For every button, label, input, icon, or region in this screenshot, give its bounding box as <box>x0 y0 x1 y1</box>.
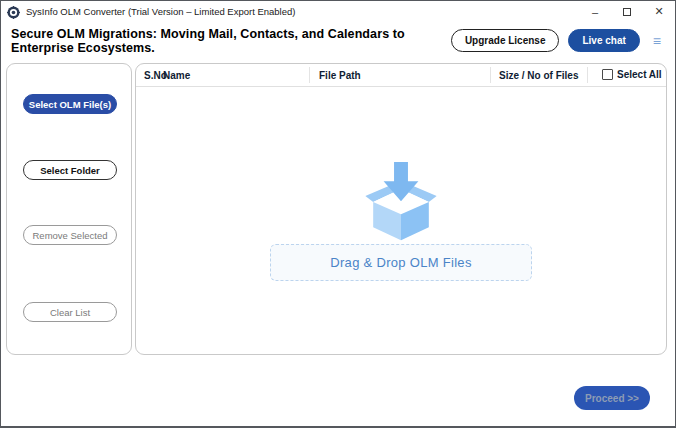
title-bar: SysInfo OLM Converter (Trial Version – L… <box>1 1 675 22</box>
window-controls: – ✕ <box>579 1 675 22</box>
header-bar: Secure OLM Migrations: Moving Mail, Cont… <box>1 22 675 59</box>
select-all-control[interactable]: Select All <box>602 69 662 80</box>
remove-selected-button[interactable]: Remove Selected <box>23 225 117 245</box>
live-chat-button[interactable]: Live chat <box>568 29 639 52</box>
maximize-button[interactable] <box>611 1 643 22</box>
drag-drop-zone[interactable]: Drag & Drop OLM Files <box>270 244 532 281</box>
close-button[interactable]: ✕ <box>643 1 675 22</box>
file-table-header: S.No Name File Path Size / No of Files S… <box>136 64 666 87</box>
column-divider <box>309 67 310 83</box>
minimize-button[interactable]: – <box>579 1 611 22</box>
proceed-button[interactable]: Proceed >> <box>574 386 650 410</box>
window-title: SysInfo OLM Converter (Trial Version – L… <box>26 6 295 17</box>
menu-icon[interactable]: ≡ <box>649 33 665 49</box>
sidebar-panel: Select OLM File(s) Select Folder Remove … <box>6 63 132 355</box>
header-actions: Upgrade License Live chat ≡ <box>451 29 665 52</box>
select-all-checkbox[interactable] <box>602 69 613 80</box>
column-size: Size / No of Files <box>499 70 578 81</box>
column-file-path: File Path <box>319 70 361 81</box>
column-divider <box>587 67 588 83</box>
select-olm-files-button[interactable]: Select OLM File(s) <box>23 94 117 114</box>
drag-drop-label: Drag & Drop OLM Files <box>330 255 471 270</box>
file-list-panel: S.No Name File Path Size / No of Files S… <box>135 63 667 355</box>
column-divider <box>490 67 491 83</box>
app-tagline: Secure OLM Migrations: Moving Mail, Cont… <box>11 27 451 55</box>
upgrade-license-button[interactable]: Upgrade License <box>451 29 560 52</box>
select-all-label: Select All <box>617 69 662 80</box>
column-name: Name <box>163 70 190 81</box>
app-window: SysInfo OLM Converter (Trial Version – L… <box>0 0 676 428</box>
drop-box-icon <box>357 162 445 246</box>
select-folder-button[interactable]: Select Folder <box>23 160 117 180</box>
app-logo-icon <box>7 5 20 18</box>
clear-list-button[interactable]: Clear List <box>23 302 117 322</box>
